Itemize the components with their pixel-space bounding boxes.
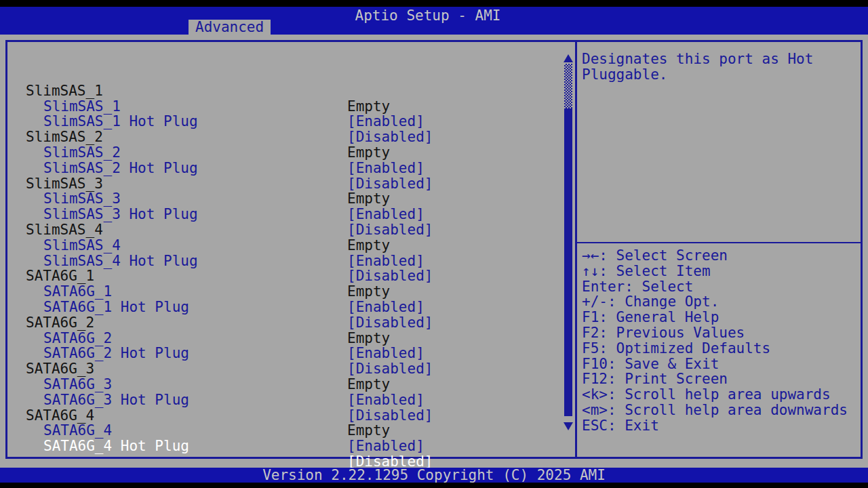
header-bar: Aptio Setup - AMI	[0, 7, 868, 35]
menu-item-row[interactable]: SlimSAS_2 [Enabled]	[7, 129, 561, 145]
key-legend: →←: Select Screen↑↓: Select ItemEnter: S…	[582, 248, 848, 434]
scroll-down-icon[interactable]	[564, 422, 573, 430]
menu-item-row[interactable]: SlimSAS_3 [Enabled]	[7, 176, 561, 192]
version-text: Version 2.22.1295 Copyright (C) 2025 AMI	[0, 468, 868, 483]
menu-item-row[interactable]: SATA6G_2 [Enabled]	[7, 315, 561, 331]
main-panel: SlimSAS_1 Empty SlimSAS_1 [Enabled] Slim…	[5, 40, 863, 459]
menu-item-row[interactable]: SATA6G_2 Hot Plug [Disabled]	[7, 331, 561, 346]
legend-item: F2: Previous Values	[582, 325, 848, 341]
legend-item: Enter: Select	[582, 279, 848, 295]
legend-item: F1: General Help	[582, 310, 848, 325]
menu-item-row[interactable]: SlimSAS_3 Empty	[7, 161, 561, 176]
menu-item-row[interactable]: SlimSAS_1 Hot Plug [Disabled]	[7, 99, 561, 115]
menu-item-row[interactable]: SATA6G_3 Empty	[7, 346, 561, 361]
menu-item-row[interactable]: SlimSAS_2 Hot Plug [Disabled]	[7, 145, 561, 161]
legend-item: +/-: Change Opt.	[582, 294, 848, 310]
pane-divider	[575, 42, 577, 457]
bottom-black-bar	[0, 483, 868, 488]
menu-item-label: SATA6G_4 Hot Plug	[43, 439, 189, 454]
menu-item-row[interactable]: SlimSAS_4 [Enabled]	[7, 222, 561, 238]
legend-item: <k>: Scroll help area upwards	[582, 387, 848, 403]
menu-item-row[interactable]: SlimSAS_1 [Enabled]	[7, 83, 561, 99]
legend-item: ↑↓: Select Item	[582, 264, 848, 279]
menu-item-row[interactable]: SlimSAS_4 Empty	[7, 207, 561, 222]
legend-item: →←: Select Screen	[582, 248, 848, 264]
menu-item-row[interactable]: SlimSAS_2 Empty	[7, 114, 561, 129]
menu-item-row[interactable]: SATA6G_1 Empty	[7, 253, 561, 269]
menu-item-row[interactable]: SlimSAS_4 Hot Plug [Disabled]	[7, 238, 561, 253]
settings-list: SlimSAS_1 Empty SlimSAS_1 [Enabled] Slim…	[7, 68, 561, 439]
menu-item-value: [Enabled]	[347, 439, 425, 454]
help-text: Designates this port as Hot Pluggable.	[582, 52, 834, 83]
legend-item: ESC: Exit	[582, 418, 848, 434]
menu-item-row[interactable]: SATA6G_2 Empty	[7, 300, 561, 315]
help-legend-divider	[577, 242, 861, 243]
menu-item-row[interactable]: SATA6G_4 Hot Plug [Disabled]	[7, 423, 561, 439]
legend-item: F5: Optimized Defaults	[582, 341, 848, 357]
tab-advanced[interactable]: Advanced	[189, 20, 271, 35]
page-title: Aptio Setup - AMI	[0, 7, 868, 24]
scrollbar[interactable]	[564, 42, 573, 457]
scroll-up-icon[interactable]	[564, 54, 573, 62]
top-black-bar	[0, 0, 868, 7]
menu-item-row[interactable]: SATA6G_1 [Enabled]	[7, 268, 561, 284]
menu-item-row[interactable]: SATA6G_4 [Enabled]	[7, 408, 561, 424]
scrollbar-thumb[interactable]	[564, 108, 572, 416]
menu-item-row[interactable]: SATA6G_1 Hot Plug [Disabled]	[7, 284, 561, 300]
menu-item-row[interactable]: SATA6G_4 Empty	[7, 392, 561, 408]
legend-item: <m>: Scroll help area downwards	[582, 403, 848, 418]
legend-item: F10: Save & Exit	[582, 357, 848, 372]
menu-item-row[interactable]: SATA6G_3 Hot Plug [Disabled]	[7, 377, 561, 392]
menu-item-row[interactable]: SlimSAS_1 Empty	[7, 68, 561, 83]
scrollbar-track[interactable]	[564, 64, 572, 108]
footer-bar: Version 2.22.1295 Copyright (C) 2025 AMI	[0, 468, 868, 483]
legend-item: F12: Print Screen	[582, 371, 848, 387]
menu-item-row[interactable]: SlimSAS_3 Hot Plug [Disabled]	[7, 191, 561, 207]
menu-item-row[interactable]: SATA6G_3 [Enabled]	[7, 361, 561, 377]
